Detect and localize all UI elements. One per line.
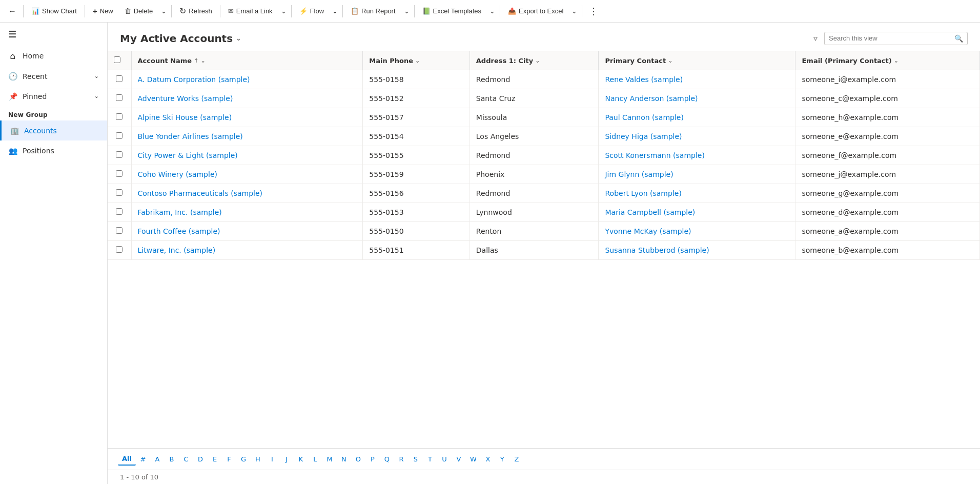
email-chevron[interactable]: ⌄ [279, 4, 289, 18]
alpha-c[interactable]: C [179, 453, 193, 465]
hamburger-button[interactable] [0, 23, 107, 46]
filter-icon[interactable]: ▿ [811, 31, 820, 46]
row-check-3[interactable] [116, 132, 122, 139]
alpha-v[interactable]: V [452, 453, 466, 465]
row-account-name-4[interactable]: City Power & Light (sample) [131, 146, 363, 165]
row-check-6[interactable] [116, 189, 122, 196]
alpha-z[interactable]: Z [509, 453, 524, 465]
row-contact-3[interactable]: Sidney Higa (sample) [599, 127, 795, 146]
alpha-i[interactable]: I [265, 453, 279, 465]
alpha-all[interactable]: All [118, 453, 136, 466]
refresh-button[interactable]: Refresh [174, 3, 217, 19]
search-box[interactable]: 🔍 [824, 32, 968, 45]
row-contact-8[interactable]: Yvonne McKay (sample) [599, 222, 795, 241]
alpha-k[interactable]: K [294, 453, 308, 465]
row-checkbox-9[interactable] [108, 241, 131, 260]
email-sort-icon[interactable]: ⌄ [894, 57, 899, 64]
alpha-s[interactable]: S [409, 453, 423, 465]
alpha-h[interactable]: H [251, 453, 265, 465]
row-check-2[interactable] [116, 113, 122, 120]
row-account-name-8[interactable]: Fourth Coffee (sample) [131, 222, 363, 241]
city-sort-icon[interactable]: ⌄ [535, 57, 540, 64]
contact-sort-icon[interactable]: ⌄ [668, 57, 672, 64]
alpha-a[interactable]: A [150, 453, 165, 465]
row-account-name-5[interactable]: Coho Winery (sample) [131, 165, 363, 184]
alpha-f[interactable]: F [222, 453, 236, 465]
alpha-e[interactable]: E [208, 453, 222, 465]
row-checkbox-7[interactable] [108, 203, 131, 222]
alpha-q[interactable]: Q [380, 453, 394, 465]
row-account-name-2[interactable]: Alpine Ski House (sample) [131, 108, 363, 127]
th-email[interactable]: Email (Primary Contact) ⌄ [795, 51, 980, 70]
report-chevron[interactable]: ⌄ [402, 4, 412, 18]
row-account-name-0[interactable]: A. Datum Corporation (sample) [131, 70, 363, 89]
row-checkbox-8[interactable] [108, 222, 131, 241]
sidebar-item-recent[interactable]: Recent ⌄ [0, 66, 107, 86]
export-chevron[interactable]: ⌄ [569, 4, 579, 18]
row-account-name-3[interactable]: Blue Yonder Airlines (sample) [131, 127, 363, 146]
row-check-9[interactable] [116, 246, 122, 253]
row-checkbox-6[interactable] [108, 184, 131, 203]
alpha-y[interactable]: Y [495, 453, 509, 465]
alpha-x[interactable]: X [481, 453, 495, 465]
th-account-name[interactable]: Account Name ↑ ⌄ [131, 51, 363, 70]
row-checkbox-2[interactable] [108, 108, 131, 127]
flow-button[interactable]: Flow [294, 4, 329, 18]
alpha-w[interactable]: W [466, 453, 481, 465]
row-contact-4[interactable]: Scott Konersmann (sample) [599, 146, 795, 165]
delete-chevron[interactable]: ⌄ [159, 4, 169, 18]
row-check-8[interactable] [116, 227, 122, 234]
alpha-n[interactable]: N [337, 453, 351, 465]
row-account-name-7[interactable]: Fabrikam, Inc. (sample) [131, 203, 363, 222]
row-contact-0[interactable]: Rene Valdes (sample) [599, 70, 795, 89]
alpha-r[interactable]: R [394, 453, 409, 465]
flow-chevron[interactable]: ⌄ [330, 4, 340, 18]
row-check-7[interactable] [116, 208, 122, 215]
row-contact-6[interactable]: Robert Lyon (sample) [599, 184, 795, 203]
row-contact-9[interactable]: Susanna Stubberod (sample) [599, 241, 795, 260]
row-contact-1[interactable]: Nancy Anderson (sample) [599, 89, 795, 108]
search-input[interactable] [829, 34, 951, 42]
run-report-button[interactable]: Run Report [345, 4, 400, 18]
row-contact-7[interactable]: Maria Campbell (sample) [599, 203, 795, 222]
sidebar-item-accounts[interactable]: Accounts [0, 120, 107, 140]
sidebar-item-home[interactable]: Home [0, 46, 107, 66]
alpha-j[interactable]: J [279, 453, 294, 465]
row-checkbox-0[interactable] [108, 70, 131, 89]
email-link-button[interactable]: Email a Link [223, 4, 278, 18]
export-excel-button[interactable]: Export to Excel [503, 4, 568, 18]
alpha-o[interactable]: O [351, 453, 365, 465]
phone-sort-icon[interactable]: ⌄ [415, 57, 420, 64]
alpha-u[interactable]: U [437, 453, 452, 465]
row-check-0[interactable] [116, 75, 122, 82]
row-check-1[interactable] [116, 94, 122, 101]
row-checkbox-4[interactable] [108, 146, 131, 165]
search-icon[interactable]: 🔍 [954, 34, 963, 43]
more-options-button[interactable] [585, 3, 602, 20]
row-check-4[interactable] [116, 151, 122, 158]
row-check-5[interactable] [116, 170, 122, 177]
alpha-l[interactable]: L [308, 453, 322, 465]
row-account-name-6[interactable]: Contoso Pharmaceuticals (sample) [131, 184, 363, 203]
alpha-b[interactable]: B [165, 453, 179, 465]
row-checkbox-3[interactable] [108, 127, 131, 146]
alpha-d[interactable]: D [193, 453, 208, 465]
select-all-checkbox[interactable] [114, 56, 120, 63]
th-city[interactable]: Address 1: City ⌄ [469, 51, 599, 70]
th-main-phone[interactable]: Main Phone ⌄ [363, 51, 470, 70]
sidebar-item-pinned[interactable]: Pinned ⌄ [0, 86, 107, 106]
view-title-chevron[interactable]: ⌄ [236, 34, 241, 42]
show-chart-button[interactable]: Show Chart [26, 4, 82, 18]
row-checkbox-1[interactable] [108, 89, 131, 108]
row-account-name-1[interactable]: Adventure Works (sample) [131, 89, 363, 108]
back-button[interactable] [4, 4, 21, 19]
row-contact-5[interactable]: Jim Glynn (sample) [599, 165, 795, 184]
sort-dropdown-icon[interactable]: ⌄ [200, 57, 205, 64]
alpha-m[interactable]: M [322, 453, 337, 465]
row-contact-2[interactable]: Paul Cannon (sample) [599, 108, 795, 127]
row-checkbox-5[interactable] [108, 165, 131, 184]
alpha-p[interactable]: P [365, 453, 380, 465]
excel-templates-chevron[interactable]: ⌄ [487, 4, 497, 18]
new-button[interactable]: New [88, 4, 118, 18]
excel-templates-button[interactable]: Excel Templates [417, 4, 486, 18]
